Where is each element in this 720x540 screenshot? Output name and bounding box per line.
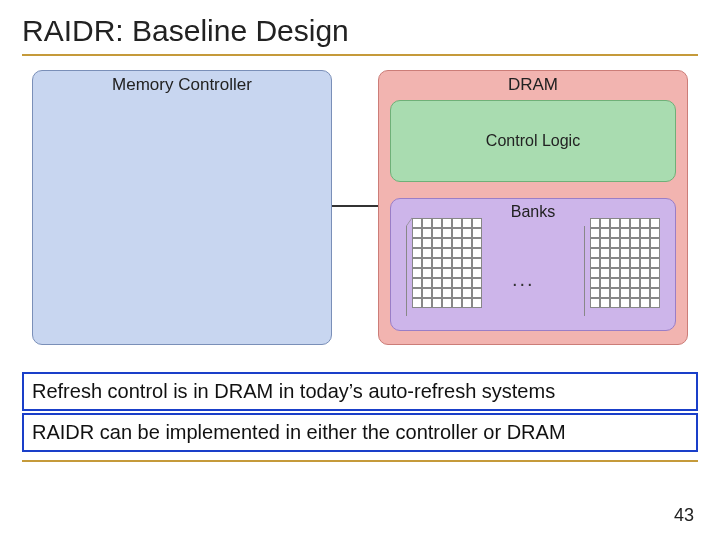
callout-group: Refresh control is in DRAM in today’s au…	[22, 372, 698, 452]
dram-label: DRAM	[379, 75, 687, 95]
callout-text: RAIDR can be implemented in either the c…	[22, 413, 698, 452]
bottom-divider	[22, 460, 698, 462]
control-logic-box: Control Logic	[390, 100, 676, 182]
memory-controller-box: Memory Controller	[32, 70, 332, 345]
architecture-diagram: Memory Controller DRAM Control Logic Ban…	[22, 70, 698, 370]
ellipsis-icon: ...	[512, 268, 535, 291]
bus-connector	[332, 205, 378, 207]
callout-text: Refresh control is in DRAM in today’s au…	[22, 372, 698, 411]
control-logic-label: Control Logic	[391, 132, 675, 150]
memory-controller-label: Memory Controller	[33, 75, 331, 95]
title-divider	[22, 54, 698, 56]
page-number: 43	[674, 505, 694, 526]
slide-title: RAIDR: Baseline Design	[0, 0, 720, 54]
